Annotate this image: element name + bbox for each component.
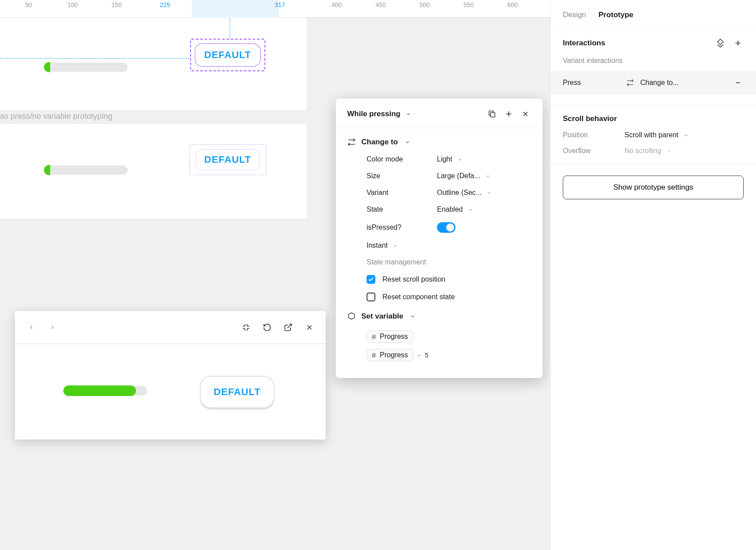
prop-size-label: Size <box>367 172 437 180</box>
tab-design[interactable]: Design <box>563 11 586 19</box>
add-interaction-icon[interactable] <box>732 37 744 49</box>
ruler-tick: 550 <box>463 1 473 8</box>
ruler-tick: 50 <box>25 1 32 8</box>
swap-icon <box>626 79 634 87</box>
overflow-value: No scrolling <box>624 147 661 155</box>
interactions-flow-icon[interactable] <box>715 37 726 49</box>
preview-default-button[interactable]: DEFAULT <box>200 376 275 408</box>
variable-chip-target[interactable]: Progress <box>367 330 414 343</box>
preview-body: DEFAULT <box>15 344 326 440</box>
reset-component-label: Reset component state <box>382 293 455 301</box>
preview-progress-track[interactable] <box>63 386 147 396</box>
prop-state-value: Enabled <box>437 205 463 213</box>
prop-variant[interactable]: Variant Outline (Sec... <box>347 189 531 197</box>
variable-chip-source[interactable]: Progress <box>367 349 414 361</box>
default-button-2-inner: DEFAULT <box>196 149 260 170</box>
variable-operator: - <box>418 351 421 359</box>
duplicate-interaction-icon[interactable] <box>486 108 498 120</box>
inspector-tabs: Design Prototype <box>550 0 756 27</box>
interactions-header: Interactions <box>563 39 715 48</box>
add-action-icon[interactable] <box>503 108 514 120</box>
overflow-row[interactable]: Overflow No scrolling <box>563 147 744 155</box>
interaction-item-action: Change to... <box>640 79 726 87</box>
prop-animation[interactable]: Instant <box>347 242 531 249</box>
ruler-tick: 600 <box>507 1 517 8</box>
reset-component-checkbox[interactable] <box>367 293 375 301</box>
prop-state-label: State <box>367 205 437 213</box>
prop-size-value: Large (Defa... <box>437 172 480 180</box>
prop-variant-value: Outline (Sec... <box>437 189 481 197</box>
action-selector[interactable]: Change to <box>347 138 531 147</box>
preview-progress-fill <box>63 385 136 396</box>
reset-scroll-checkbox[interactable] <box>367 275 375 284</box>
chevron-down-icon <box>458 157 462 162</box>
swap-icon <box>347 138 356 147</box>
preview-minimize-icon[interactable] <box>240 322 252 333</box>
ruler-tick: 225 <box>160 1 170 8</box>
variable-operand-value: 5 <box>425 352 429 359</box>
reset-scroll-row[interactable]: Reset scroll position <box>347 275 531 284</box>
inspector-panel: Design Prototype Interactions Variant in… <box>550 0 756 550</box>
ruler-tick: 450 <box>375 1 385 8</box>
prop-color-mode-label: Color mode <box>367 155 437 163</box>
interaction-panel-body: Change to Color mode Light Size Large (D… <box>336 128 543 361</box>
prop-ispressed: isPressed? <box>347 222 531 233</box>
component-variant-2[interactable]: DEFAULT <box>189 144 266 175</box>
ispressed-toggle[interactable] <box>437 222 455 233</box>
variable-icon <box>347 312 356 321</box>
preview-open-external-icon[interactable] <box>283 322 294 333</box>
prop-variant-label: Variant <box>367 189 437 197</box>
ruler[interactable]: 50100150225317400450500550600 <box>0 0 550 18</box>
remove-interaction-icon[interactable] <box>732 77 744 88</box>
chevron-down-icon <box>485 174 490 179</box>
interaction-item-trigger: Press <box>563 79 620 87</box>
chevron-down-icon <box>406 111 411 117</box>
chevron-down-icon <box>667 149 672 154</box>
preview-close-icon[interactable] <box>304 322 315 333</box>
position-row[interactable]: Position Scroll with parent <box>563 131 744 139</box>
chevron-down-icon <box>393 243 398 248</box>
prop-color-mode[interactable]: Color mode Light <box>347 155 531 163</box>
ruler-tick: 150 <box>111 1 121 8</box>
interactions-section: Interactions Variant interactions Press … <box>550 27 756 104</box>
chevron-down-icon <box>684 133 689 138</box>
chevron-down-icon <box>468 207 473 212</box>
variable-chip-source-name: Progress <box>380 351 408 359</box>
scroll-behavior-header: Scroll behavior <box>563 114 744 123</box>
prop-ispressed-label: isPressed? <box>367 224 437 231</box>
frame-label-text: as press/no variable prototyping <box>0 110 112 123</box>
hash-icon <box>371 352 377 359</box>
preview-restart-icon[interactable] <box>261 322 273 333</box>
reset-component-row[interactable]: Reset component state <box>347 293 531 301</box>
preview-default-button-label: DEFAULT <box>214 386 261 398</box>
chevron-down-icon <box>410 314 415 319</box>
prop-state[interactable]: State Enabled <box>347 205 531 213</box>
interaction-trigger-label: While pressing <box>347 110 400 118</box>
interaction-list-item[interactable]: Press Change to... <box>550 71 756 95</box>
set-variable-action[interactable]: Set variable <box>347 312 531 321</box>
variant-interactions-label: Variant interactions <box>563 57 744 65</box>
overflow-label: Overflow <box>563 147 624 155</box>
interaction-trigger-selector[interactable]: While pressing <box>347 110 481 118</box>
progress-pill-2[interactable] <box>44 165 128 175</box>
tab-prototype[interactable]: Prototype <box>598 11 633 19</box>
variable-chip-target-name: Progress <box>380 333 408 341</box>
ruler-tick: 500 <box>419 1 429 8</box>
progress-pill-1[interactable] <box>44 62 128 72</box>
state-management-header: State management <box>347 258 531 266</box>
prop-size[interactable]: Size Large (Defa... <box>347 172 531 180</box>
scroll-behavior-section: Scroll behavior Position Scroll with par… <box>550 104 756 165</box>
interaction-panel-header: While pressing <box>336 99 543 128</box>
variable-target-row: Progress <box>347 330 531 343</box>
preview-forward-icon[interactable] <box>47 322 58 333</box>
show-prototype-settings-button[interactable]: Show prototype settings <box>563 176 744 199</box>
selection-guide-vertical <box>230 18 230 39</box>
check-icon <box>368 276 374 282</box>
selection-guide-horizontal <box>0 58 189 59</box>
ruler-tick: 317 <box>275 1 285 8</box>
default-button-2-label: DEFAULT <box>204 154 251 165</box>
component-variant-selected[interactable]: DEFAULT <box>190 39 265 71</box>
close-panel-icon[interactable] <box>520 108 531 120</box>
variable-expression-row: Progress - 5 <box>347 349 531 361</box>
preview-back-icon[interactable] <box>26 322 37 333</box>
